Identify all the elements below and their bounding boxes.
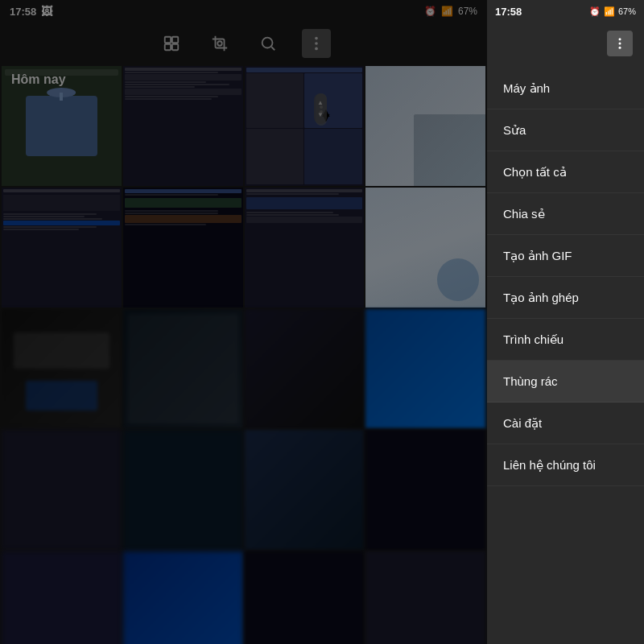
menu-item-tao-anh-ghep[interactable]: Tạo ảnh ghép <box>487 277 644 319</box>
menu-item-trinh-chieu[interactable]: Trình chiếu <box>487 319 644 361</box>
menu-item-tao-anh-gif[interactable]: Tạo ảnh GIF <box>487 235 644 277</box>
alarm-icon-right: ⏰ <box>589 6 601 17</box>
menu-item-cai-dat[interactable]: Cài đặt <box>487 402 644 444</box>
status-icons-right: ⏰ 📶 67% <box>589 6 636 17</box>
svg-point-10 <box>619 38 621 40</box>
menu-item-lien-he[interactable]: Liên hệ chúng tôi <box>487 444 644 486</box>
status-time-right: 17:58 <box>495 6 522 18</box>
svg-point-11 <box>619 43 621 45</box>
wifi-icon-right: 📶 <box>604 6 615 17</box>
menu-item-chon-tat-ca[interactable]: Chọn tất cả <box>487 151 644 193</box>
right-toolbar <box>487 23 644 64</box>
svg-point-12 <box>619 47 621 49</box>
dropdown-menu: Máy ảnh Sửa Chọn tất cả Chia sẻ Tạo ảnh … <box>487 64 644 489</box>
more-button-right[interactable] <box>607 31 633 56</box>
dim-overlay <box>0 0 487 644</box>
menu-item-may-anh[interactable]: Máy ảnh <box>487 68 644 109</box>
context-menu-panel: 17:58 ⏰ 📶 67% Máy ảnh Sửa Chọn tất cả Ch… <box>487 0 644 644</box>
status-bar-right: 17:58 ⏰ 📶 67% <box>487 0 644 23</box>
menu-item-chia-se[interactable]: Chia sẻ <box>487 193 644 235</box>
battery-right: 67% <box>618 6 636 16</box>
menu-item-thung-rac[interactable]: Thùng rác <box>487 361 644 402</box>
menu-item-sua[interactable]: Sửa <box>487 109 644 151</box>
